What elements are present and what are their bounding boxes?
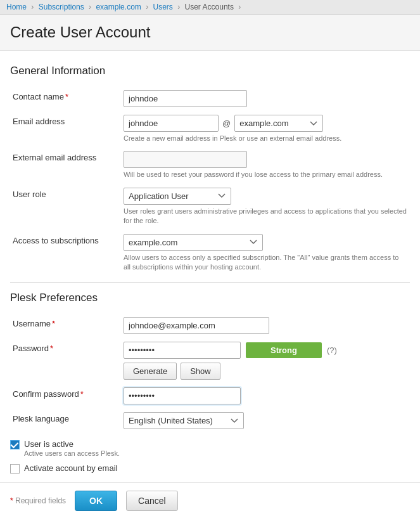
password-strength-bar: Strong <box>246 342 322 358</box>
email-local-input[interactable] <box>124 115 219 132</box>
password-label: Password* <box>10 338 121 384</box>
user-role-cell: Application User Administrator Reseller … <box>121 184 410 230</box>
ok-button[interactable]: OK <box>75 491 117 511</box>
language-select[interactable]: English (United States) Deutsch Español … <box>124 412 244 429</box>
breadcrumb-users[interactable]: Users <box>153 3 173 11</box>
email-address-row: Email address @ example.com Create a new… <box>10 111 410 147</box>
user-role-hint: User roles grant users administrative pr… <box>124 207 407 226</box>
user-is-active-row: User is active Active users can access P… <box>10 439 410 457</box>
user-role-label: User role <box>10 184 121 230</box>
footer-bar: * Required fields OK Cancel <box>0 482 420 516</box>
show-password-button[interactable]: Show <box>181 363 220 380</box>
confirm-password-cell <box>121 384 410 408</box>
user-is-active-hint: Active users can access Plesk. <box>24 449 120 457</box>
user-role-row: User role Application User Administrator… <box>10 184 410 230</box>
plesk-language-cell: English (United States) Deutsch Español … <box>121 408 410 433</box>
external-email-input[interactable] <box>124 151 247 168</box>
breadcrumb-user-accounts: User Accounts <box>185 3 234 11</box>
user-role-select[interactable]: Application User Administrator Reseller <box>124 188 231 205</box>
contact-name-row: Contact name* <box>10 86 410 111</box>
confirm-password-input[interactable] <box>124 387 241 404</box>
password-input[interactable] <box>124 342 241 359</box>
email-hint: Create a new email address in Plesk or u… <box>124 134 407 143</box>
domain-select-wrapper: example.com <box>234 115 323 132</box>
at-sign: @ <box>222 119 231 128</box>
email-address-label: Email address <box>10 111 121 147</box>
cancel-button[interactable]: Cancel <box>126 491 178 511</box>
general-info-section-title: General Information <box>10 65 410 77</box>
section-divider <box>10 282 410 283</box>
plesk-language-label: Plesk language <box>10 408 121 433</box>
external-email-hint: Will be used to reset your password if y… <box>124 170 407 179</box>
activate-by-email-label: Activate account by email <box>24 463 117 473</box>
password-input-row: Strong (?) <box>124 342 407 359</box>
plesk-language-row: Plesk language English (United States) D… <box>10 408 410 433</box>
user-is-active-label: User is active <box>24 439 120 449</box>
external-email-row: External email address Will be used to r… <box>10 147 410 183</box>
required-fields-note: * Required fields <box>10 496 66 505</box>
email-row: @ example.com <box>124 115 407 132</box>
plesk-preferences-section-title: Plesk Preferences <box>10 292 410 304</box>
generate-password-button[interactable]: Generate <box>124 363 177 380</box>
username-input[interactable] <box>124 317 269 334</box>
confirm-password-row: Confirm password* <box>10 384 410 408</box>
breadcrumb-domain[interactable]: example.com <box>96 3 141 11</box>
username-cell <box>121 313 410 338</box>
username-row: Username* <box>10 313 410 338</box>
contact-name-cell <box>121 86 410 111</box>
password-cell: Strong (?) Generate Show <box>121 338 410 384</box>
username-label: Username* <box>10 313 121 338</box>
plesk-preferences-table: Username* Password* Strong (?) Generate … <box>10 313 410 433</box>
external-email-label: External email address <box>10 147 121 183</box>
access-subscriptions-row: Access to subscriptions example.com All … <box>10 230 410 276</box>
breadcrumb-home[interactable]: Home <box>6 3 27 11</box>
page-title: Create User Account <box>0 15 420 51</box>
domain-select[interactable]: example.com <box>234 115 323 132</box>
email-address-cell: @ example.com Create a new email address… <box>121 111 410 147</box>
activate-by-email-checkbox[interactable] <box>10 464 20 474</box>
contact-name-label: Contact name* <box>10 86 121 111</box>
password-buttons-row: Generate Show <box>124 363 407 380</box>
access-subscriptions-label: Access to subscriptions <box>10 230 121 276</box>
password-row: Password* Strong (?) Generate Show <box>10 338 410 384</box>
subscription-select[interactable]: example.com All <box>124 234 263 251</box>
access-subscriptions-cell: example.com All Allow users to access on… <box>121 230 410 276</box>
activate-by-email-row: Activate account by email <box>10 463 410 474</box>
contact-name-input[interactable] <box>124 90 247 107</box>
password-help-icon[interactable]: (?) <box>327 345 337 355</box>
user-is-active-checkbox[interactable] <box>10 440 20 449</box>
external-email-cell: Will be used to reset your password if y… <box>121 147 410 183</box>
access-subscriptions-hint: Allow users to access only a specified s… <box>124 253 407 273</box>
general-info-table: Contact name* Email address @ example.co… <box>10 86 410 276</box>
breadcrumb-subscriptions[interactable]: Subscriptions <box>39 3 84 11</box>
confirm-password-label: Confirm password* <box>10 384 121 408</box>
form-container: General Information Contact name* Email … <box>0 51 420 474</box>
breadcrumb: Home › Subscriptions › example.com › Use… <box>0 0 420 15</box>
